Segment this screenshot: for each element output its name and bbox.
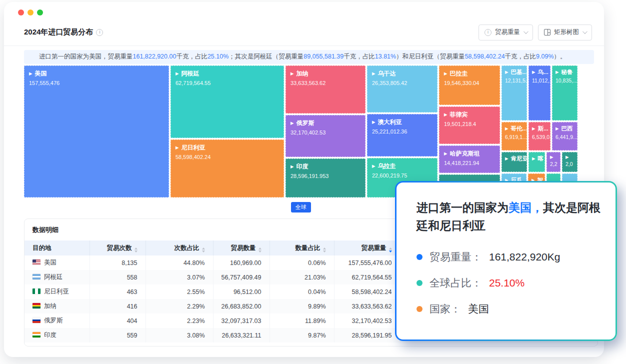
drilldown-arrow-icon: ▶	[505, 70, 508, 74]
metric-selector[interactable]: i 贸易重量	[478, 24, 533, 40]
destination-cell: 尼日利亚	[24, 284, 90, 299]
treemap-cell-ka[interactable]: ▶喀	[528, 152, 545, 172]
treemap-cell-value: 157,555,476	[29, 80, 164, 86]
tooltip-rows: 贸易重量：161,822,920Kg全球占比：25.10%国家：美国	[416, 250, 596, 316]
treemap-cell-label: ▶阿根廷	[176, 70, 279, 78]
treemap-cell-label: ▶巴西	[556, 125, 574, 132]
treemap-cell-peru[interactable]: ▶秘鲁10,835,...	[552, 66, 578, 120]
treemap-cell-label: ▶哥伦...	[505, 125, 524, 132]
flag-icon-us	[32, 260, 40, 265]
flag-icon-ng	[32, 288, 40, 294]
treemap-cell-philippines[interactable]: ▶菲律宾19,501,218.4	[439, 106, 500, 144]
value-cell: 96,512.00	[213, 284, 270, 299]
info-icon[interactable]: i	[96, 29, 103, 36]
treemap-cell-label: ▶印度	[290, 162, 360, 171]
sort-icon[interactable]	[389, 248, 392, 252]
summary-accent-value: 13.81%	[375, 52, 396, 62]
value-cell: 559	[90, 328, 146, 342]
drilldown-arrow-icon: ▶	[556, 126, 559, 131]
drilldown-arrow-icon: ▶	[290, 121, 294, 126]
treemap-cell-russia[interactable]: ▶俄罗斯32,170,402.53	[286, 115, 366, 157]
column-header-数量占比[interactable]: 数量占比	[270, 240, 334, 256]
summary-segment: 进口第一的国家为美国，贸易重量	[39, 52, 133, 62]
maximize-window-button[interactable]	[37, 10, 43, 16]
column-header-贸易次数[interactable]: 贸易次数	[90, 240, 146, 256]
drilldown-arrow-icon: ▶	[532, 156, 536, 161]
summary-segment: 千克，占比	[344, 52, 375, 62]
treemap-cell-india[interactable]: ▶印度28,596,191.953	[286, 158, 366, 198]
summary-segment: 千克，占比	[176, 52, 208, 62]
value-cell: 9.89%	[270, 299, 334, 314]
treemap-cell-value: 33,633,563.62	[290, 80, 360, 86]
treemap-cell-value: 28,596,191.953	[290, 173, 360, 179]
metric-selector-label: 贸易重量	[495, 28, 520, 36]
treemap-cell-nigeria[interactable]: ▶尼日利亚58,598,402.24	[170, 140, 284, 198]
treemap-cell-ghana[interactable]: ▶加纳33,633,563.62	[286, 66, 366, 114]
treemap-cell-australia[interactable]: ▶澳大利亚25,221,012.36	[367, 114, 438, 156]
treemap-cell-kazakhstan[interactable]: ▶哈萨克斯坦14,418,221.94	[439, 146, 500, 173]
summary-segment: ；其次是阿根廷（贸易重量	[228, 52, 304, 62]
page-title-text: 2024年进口贸易分布	[24, 28, 93, 37]
value-cell: 11.89%	[270, 314, 334, 328]
metric-info-icon: i	[484, 29, 492, 36]
treemap-cell-argentina[interactable]: ▶阿根廷62,719,564.55	[170, 66, 284, 138]
value-cell: 33,633,563.62	[334, 299, 400, 314]
drilldown-arrow-icon: ▶	[550, 155, 554, 160]
treemap-cell-uganda[interactable]: ▶乌干达26,353,805.42	[367, 66, 438, 112]
destination-cell: 加纳	[24, 299, 90, 314]
column-header-次数占比[interactable]: 次数占比	[146, 240, 213, 256]
treemap: ▶美国157,555,476▶阿根廷62,719,564.55▶尼日利亚58,5…	[24, 66, 578, 198]
treemap-cell-label: ▶秘鲁	[556, 68, 574, 76]
drilldown-arrow-icon: ▶	[505, 156, 508, 161]
sort-icon[interactable]	[202, 248, 205, 252]
column-header-目的地: 目的地	[24, 240, 90, 256]
treemap-cell-value: 58,598,402.24	[176, 154, 279, 160]
treemap-icon	[544, 29, 550, 36]
treemap-cell-label: ▶肯尼亚	[505, 155, 524, 162]
drilldown-arrow-icon: ▶	[444, 72, 448, 76]
treemap-cell-wu[interactable]: ▶乌...11,012,...	[528, 66, 550, 120]
minimize-window-button[interactable]	[28, 10, 34, 16]
close-window-button[interactable]	[18, 10, 24, 16]
sort-icon[interactable]	[323, 248, 326, 252]
chart-type-selector[interactable]: 矩形树图	[538, 24, 592, 40]
tooltip-title-segment: 进口第一的国家为	[416, 201, 508, 214]
treemap-cell-label: ▶乌拉圭	[372, 162, 432, 170]
value-cell: 26,633,321.11	[213, 328, 270, 342]
treemap-cell-usa[interactable]: ▶美国157,555,476	[24, 66, 169, 198]
destination-cell: 俄罗斯	[24, 314, 90, 328]
sort-icon[interactable]	[134, 248, 138, 252]
tooltip-title-accent: 美国，	[508, 201, 543, 214]
treemap-cell-value: 2,0	[566, 161, 574, 167]
treemap-cell-value: 6,919,1...	[505, 134, 524, 140]
value-cell: 404	[90, 314, 146, 328]
treemap-cell-colombia[interactable]: ▶哥伦...6,919,1...	[502, 122, 527, 150]
flag-icon-gh	[32, 303, 40, 308]
value-cell: 26,683,852.00	[213, 299, 270, 314]
treemap-cell-kenya[interactable]: ▶肯尼亚	[502, 152, 527, 172]
treemap-cell-brazil[interactable]: ▶巴西6,441,9...	[552, 122, 578, 150]
value-cell: 0.06%	[270, 256, 334, 270]
tooltip-metric-label: 贸易重量：	[430, 250, 482, 264]
treemap-cell-cell-22[interactable]: ▶2,2	[546, 152, 560, 172]
treemap-cell-pakistan[interactable]: ▶巴基...12,131,5...	[502, 66, 527, 120]
value-cell: 32,097,317.03	[213, 314, 270, 328]
column-header-贸易数量[interactable]: 贸易数量	[213, 240, 270, 256]
column-header-label: 贸易次数	[107, 244, 132, 252]
treemap-cell-value: 62,719,564.55	[176, 80, 279, 86]
treemap-cell-label: ▶喀	[532, 155, 542, 162]
treemap-cell-paraguay[interactable]: ▶巴拉圭19,546,330.04	[439, 66, 500, 105]
treemap-cell-si[interactable]: ▶斯...6,539,0...	[528, 122, 550, 150]
drilldown-arrow-icon: ▶	[372, 164, 376, 168]
breadcrumb-root[interactable]: 全球	[291, 202, 311, 212]
sort-icon[interactable]	[258, 248, 262, 252]
summary-accent-value: 89,055,581.39	[304, 52, 344, 62]
treemap-cell-label: ▶美国	[29, 70, 164, 78]
value-cell: 28,596,191.95	[334, 328, 400, 342]
destination-cell: 美国	[24, 256, 90, 270]
column-header-贸易重量[interactable]: 贸易重量	[334, 240, 400, 256]
value-cell: 0.04%	[270, 284, 334, 299]
drilldown-arrow-icon: ▶	[556, 70, 559, 74]
treemap-cell-cell-20[interactable]: ▶2,0	[562, 152, 578, 172]
treemap-cell-label: ▶俄罗斯	[290, 119, 360, 128]
